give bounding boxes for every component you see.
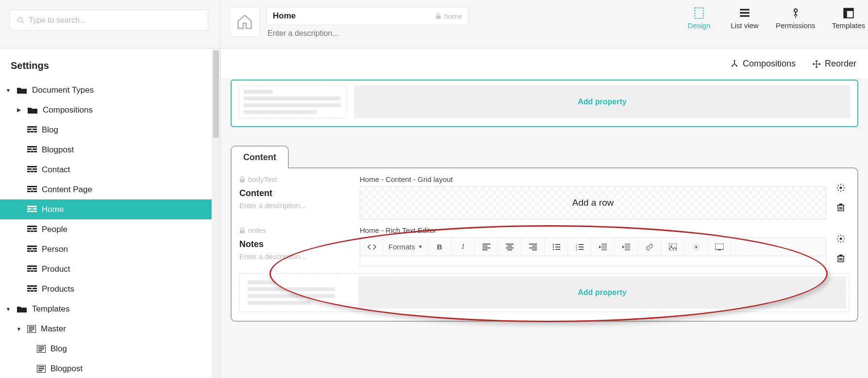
- folder-icon: [27, 106, 38, 114]
- property-meta[interactable]: notes Notes Enter a description...: [239, 226, 354, 266]
- svg-rect-69: [695, 8, 703, 18]
- rte-source-button[interactable]: [360, 238, 384, 256]
- sidebar: Settings ▼ Document Types ▶ Compositions…: [0, 0, 221, 378]
- tree-node-content-page[interactable]: · Content Page: [0, 180, 212, 199]
- rte-embed-button[interactable]: [708, 238, 731, 256]
- tree-node-blog[interactable]: · Blog: [0, 120, 212, 140]
- rte-bold-button[interactable]: B: [428, 238, 451, 256]
- tree-node-master-blog[interactable]: · Blog: [0, 339, 212, 359]
- search-input[interactable]: [29, 16, 201, 25]
- rte-formats-button[interactable]: Formats ▼: [384, 238, 428, 256]
- view-tab-label: List view: [731, 21, 759, 30]
- svg-rect-31: [34, 211, 37, 212]
- svg-rect-68: [436, 16, 441, 19]
- tree-node-contact[interactable]: · Contact: [0, 160, 212, 180]
- svg-point-0: [18, 17, 22, 22]
- tree-label: Product: [42, 264, 70, 274]
- tree-node-document-types[interactable]: ▼ Document Types: [0, 80, 212, 100]
- view-tab-permissions[interactable]: Permissions: [776, 7, 816, 30]
- folder-icon: [17, 86, 27, 94]
- add-property-button[interactable]: Add property: [358, 277, 846, 309]
- tree-node-person[interactable]: · Person: [0, 239, 212, 259]
- search-box[interactable]: [10, 10, 208, 31]
- doc-description-input[interactable]: [267, 25, 468, 38]
- caret-down-icon: ▼: [16, 326, 22, 332]
- tab-label: Content: [243, 152, 276, 162]
- tree-node-master-blogpost[interactable]: · Blogpost: [0, 359, 212, 378]
- svg-point-85: [552, 246, 554, 247]
- scrollbar[interactable]: [212, 49, 220, 378]
- tree-node-home[interactable]: · Home: [0, 199, 212, 219]
- gear-icon[interactable]: [836, 183, 846, 193]
- title-row[interactable]: Home home: [267, 7, 468, 25]
- view-tab-templates[interactable]: Templates: [832, 7, 865, 30]
- property-placeholder[interactable]: [238, 85, 346, 118]
- reorder-button[interactable]: Reorder: [812, 59, 856, 69]
- gear-icon[interactable]: [836, 234, 846, 244]
- tree-node-products[interactable]: · Products: [0, 279, 212, 299]
- search-row: [0, 0, 220, 49]
- svg-rect-54: [31, 290, 33, 292]
- property-desc: Enter a description...: [239, 252, 354, 261]
- scrollbar-thumb[interactable]: [213, 50, 219, 138]
- rte-macro-button[interactable]: [684, 238, 708, 256]
- svg-rect-62: [38, 348, 44, 349]
- rte-image-button[interactable]: [661, 238, 684, 256]
- svg-rect-90: [669, 244, 677, 250]
- view-tab-listview[interactable]: List view: [730, 7, 759, 30]
- svg-rect-61: [38, 346, 44, 347]
- doc-icon-picker[interactable]: [230, 7, 260, 37]
- doc-alias-text: home: [444, 12, 463, 20]
- svg-rect-9: [27, 148, 32, 150]
- add-property-button[interactable]: Add property: [354, 85, 851, 118]
- title-stack: Home home: [267, 7, 468, 38]
- svg-rect-14: [27, 166, 37, 167]
- compositions-button[interactable]: Compositions: [730, 59, 796, 69]
- view-tab-design[interactable]: Design: [684, 7, 714, 30]
- tree-node-compositions[interactable]: ▶ Compositions: [0, 100, 212, 120]
- rte-outdent-button[interactable]: [591, 238, 615, 256]
- tree-label: Person: [42, 245, 68, 254]
- align-right-icon: [529, 244, 537, 250]
- tree-node-templates[interactable]: ▼ Templates: [0, 299, 212, 319]
- svg-rect-46: [33, 268, 37, 269]
- doctype-icon: [27, 246, 37, 253]
- rte-toolbar: Formats ▼ B I 123: [360, 238, 826, 256]
- tree-node-blogpost[interactable]: · Blogpost: [0, 140, 212, 160]
- svg-rect-10: [33, 148, 37, 150]
- lock-icon: [435, 13, 441, 19]
- rte-align-right-button[interactable]: [521, 238, 545, 256]
- tree-label: Content Page: [42, 185, 92, 195]
- rte: Formats ▼ B I 123: [360, 237, 826, 266]
- rte-indent-button[interactable]: [615, 238, 638, 256]
- svg-rect-47: [27, 270, 30, 272]
- tree-label: Blogpost: [42, 145, 74, 155]
- trash-icon[interactable]: [836, 253, 846, 263]
- rte-ul-button[interactable]: [545, 238, 568, 256]
- trash-icon[interactable]: [836, 202, 846, 212]
- tree-node-product[interactable]: · Product: [0, 259, 212, 279]
- tree-node-master[interactable]: ▼ Master: [0, 319, 212, 339]
- svg-rect-8: [27, 146, 37, 148]
- property-meta[interactable]: bodyText Content Enter a description...: [239, 175, 354, 219]
- doctype-icon: [27, 126, 37, 134]
- rte-align-left-button[interactable]: [475, 238, 498, 256]
- rte-align-center-button[interactable]: [498, 238, 521, 256]
- rte-italic-button[interactable]: I: [451, 238, 475, 256]
- compositions-label: Compositions: [743, 59, 796, 69]
- rte-ol-button[interactable]: 123: [568, 238, 591, 256]
- property-row-bodytext: bodyText Content Enter a description... …: [239, 175, 850, 219]
- rte-content[interactable]: [360, 256, 826, 266]
- tree-node-people[interactable]: · People: [0, 219, 212, 239]
- rte-link-button[interactable]: [638, 238, 661, 256]
- svg-rect-30: [31, 211, 33, 212]
- grid-add-row[interactable]: Add a row: [360, 186, 826, 219]
- property-placeholder[interactable]: [243, 277, 351, 309]
- view-tab-label: Design: [688, 21, 711, 30]
- tree-label: Products: [42, 284, 74, 294]
- svg-rect-45: [27, 268, 32, 269]
- group-body: bodyText Content Enter a description... …: [231, 167, 858, 322]
- svg-rect-83: [240, 230, 245, 233]
- tab-content[interactable]: Content: [231, 146, 289, 168]
- svg-rect-66: [38, 368, 44, 369]
